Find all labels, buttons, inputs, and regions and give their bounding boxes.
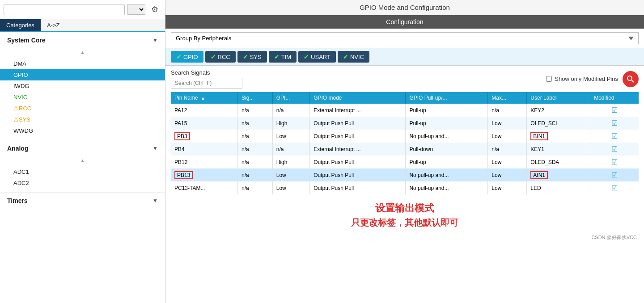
cell-mode: Output Push Pull xyxy=(310,168,406,181)
table-wrapper: Pin Name ▲ Sig... GPI... GPIO mode GPIO … xyxy=(171,92,639,194)
sidebar-top: ⚙ xyxy=(0,0,165,19)
category-header-timers[interactable]: Timers ▼ xyxy=(0,193,165,209)
cell-sig: n/a xyxy=(238,143,273,156)
cell-gpi: High xyxy=(272,156,309,168)
tab-az[interactable]: A->Z xyxy=(41,19,66,31)
table-row: PB12n/aHighOutput Push PullPull-upLowOLE… xyxy=(171,156,639,168)
tab-rcc[interactable]: ✔ RCC xyxy=(205,51,236,63)
gear-button[interactable]: ⚙ xyxy=(148,3,161,16)
search-signals-label: Search Signals xyxy=(171,69,242,76)
sidebar-item-wwdg[interactable]: WWDG xyxy=(0,125,165,136)
csdn-watermark: CSDN @好家伙VCC xyxy=(165,232,644,243)
sidebar-item-sys[interactable]: SYS xyxy=(0,114,165,125)
chevron-down-icon-timers: ▼ xyxy=(153,198,158,204)
sidebar-item-adc2[interactable]: ADC2 xyxy=(0,177,165,189)
check-icon-gpio: ✔ xyxy=(176,53,182,60)
svg-point-0 xyxy=(627,76,632,80)
tab-label-tim: TIM xyxy=(281,54,291,60)
th-user-label[interactable]: User Label xyxy=(527,92,590,104)
sidebar: ⚙ Categories A->Z System Core ▼ ▲ DMA GP… xyxy=(0,0,165,303)
cell-pull: Pull-up xyxy=(406,117,488,130)
cell-gpi: High xyxy=(272,117,309,130)
pin-name-outlined: PB13 xyxy=(174,171,193,179)
sidebar-item-rcc[interactable]: RCC xyxy=(0,103,165,114)
tab-gpio[interactable]: ✔ GPIO xyxy=(171,51,203,63)
category-analog: Analog ▼ ▲ ADC1 ADC2 xyxy=(0,140,165,193)
cell-pull: No pull-up and... xyxy=(406,168,488,181)
category-header-system-core[interactable]: System Core ▼ xyxy=(0,32,165,48)
sidebar-search-input[interactable] xyxy=(4,4,125,15)
cell-sig: n/a xyxy=(238,117,273,130)
cell-sig: n/a xyxy=(238,181,273,194)
sidebar-dropdown[interactable] xyxy=(127,4,145,15)
cell-gpi: n/a xyxy=(272,104,309,117)
show-modified-checkbox[interactable] xyxy=(546,76,552,82)
th-max[interactable]: Max... xyxy=(488,92,527,104)
show-modified-row: Show only Modified Pins xyxy=(546,76,618,82)
sidebar-item-label-adc2: ADC2 xyxy=(13,180,29,186)
sort-icon: ▲ xyxy=(201,96,205,101)
tab-usart[interactable]: ✔ USART xyxy=(298,51,336,63)
annotation-sub: 只更改标签，其他默认即可 xyxy=(165,217,644,232)
sidebar-item-label-wwdg: WWDG xyxy=(13,127,33,134)
cell-pull: No pull-up and... xyxy=(406,130,488,143)
cell-gpi: Low xyxy=(272,168,309,181)
modified-check-icon: ☑ xyxy=(611,106,618,114)
th-modified[interactable]: Modified xyxy=(590,92,639,104)
sidebar-item-label-nvic: NVIC xyxy=(13,94,27,101)
th-pin-name[interactable]: Pin Name ▲ xyxy=(171,92,238,104)
cell-sig: n/a xyxy=(238,156,273,168)
cell-pull: Pull-down xyxy=(406,143,488,156)
th-pull[interactable]: GPIO Pull-up/... xyxy=(406,92,488,104)
th-gpi[interactable]: GPI... xyxy=(272,92,309,104)
sidebar-item-gpio[interactable]: GPIO xyxy=(0,69,165,80)
check-icon-sys: ✔ xyxy=(243,53,248,60)
category-header-analog[interactable]: Analog ▼ xyxy=(0,140,165,156)
search-signals-section: Search Signals Show only Modified Pins xyxy=(165,66,644,92)
check-icon-nvic: ✔ xyxy=(343,53,348,60)
cell-pin-name: PA15 xyxy=(171,117,238,130)
sidebar-item-iwdg[interactable]: IWDG xyxy=(0,80,165,92)
sidebar-item-nvic[interactable]: NVIC xyxy=(0,92,165,103)
tab-categories[interactable]: Categories xyxy=(0,19,41,31)
cell-pin-name: PC13-TAM... xyxy=(171,181,238,194)
cell-modified: ☑ xyxy=(590,117,639,130)
sidebar-item-adc1[interactable]: ADC1 xyxy=(0,166,165,177)
cell-pull: Pull-up xyxy=(406,156,488,168)
cell-modified: ☑ xyxy=(590,143,639,156)
th-sig[interactable]: Sig... xyxy=(238,92,273,104)
sidebar-item-label-adc1: ADC1 xyxy=(13,168,29,175)
search-icon-button[interactable] xyxy=(623,71,639,87)
tab-nvic[interactable]: ✔ NVIC xyxy=(338,51,369,63)
modified-check-icon: ☑ xyxy=(611,171,618,179)
cell-pull: Pull-up xyxy=(406,104,488,117)
group-by-select[interactable]: Group By Peripherals xyxy=(171,32,639,44)
user-label-outlined: BIN1 xyxy=(530,132,548,140)
signal-search-input[interactable] xyxy=(171,78,242,88)
group-by-row: Group By Peripherals xyxy=(165,29,644,48)
th-gpio-mode[interactable]: GPIO mode xyxy=(310,92,406,104)
cell-max: Low xyxy=(488,168,527,181)
cell-mode: Output Push Pull xyxy=(310,181,406,194)
tab-sys[interactable]: ✔ SYS xyxy=(237,51,267,63)
sidebar-item-label-iwdg: IWDG xyxy=(13,83,29,89)
table-row: PC13-TAM...n/aLowOutput Push PullNo pull… xyxy=(171,181,639,194)
check-icon-rcc: ✔ xyxy=(211,53,216,60)
tab-tim[interactable]: ✔ TIM xyxy=(269,51,297,63)
sidebar-item-dma[interactable]: DMA xyxy=(0,58,165,69)
cell-gpi: Low xyxy=(272,181,309,194)
cell-modified: ☑ xyxy=(590,156,639,168)
main-content: GPIO Mode and Configuration Configuratio… xyxy=(165,0,644,303)
cell-max: Low xyxy=(488,117,527,130)
category-tabs: Categories A->Z xyxy=(0,19,165,32)
cell-user-label: LED xyxy=(527,181,590,194)
tab-label-gpio: GPIO xyxy=(183,54,198,60)
cell-max: n/a xyxy=(488,104,527,117)
cell-pin-name: PA12 xyxy=(171,104,238,117)
tab-label-sys: SYS xyxy=(250,54,262,60)
table-row: PA12n/an/aExternal Interrupt ...Pull-upn… xyxy=(171,104,639,117)
cell-mode: External Interrupt ... xyxy=(310,143,406,156)
table-row: PA15n/aHighOutput Push PullPull-upLowOLE… xyxy=(171,117,639,130)
cell-max: Low xyxy=(488,156,527,168)
sidebar-content: System Core ▼ ▲ DMA GPIO IWDG NVIC RCC xyxy=(0,32,165,303)
